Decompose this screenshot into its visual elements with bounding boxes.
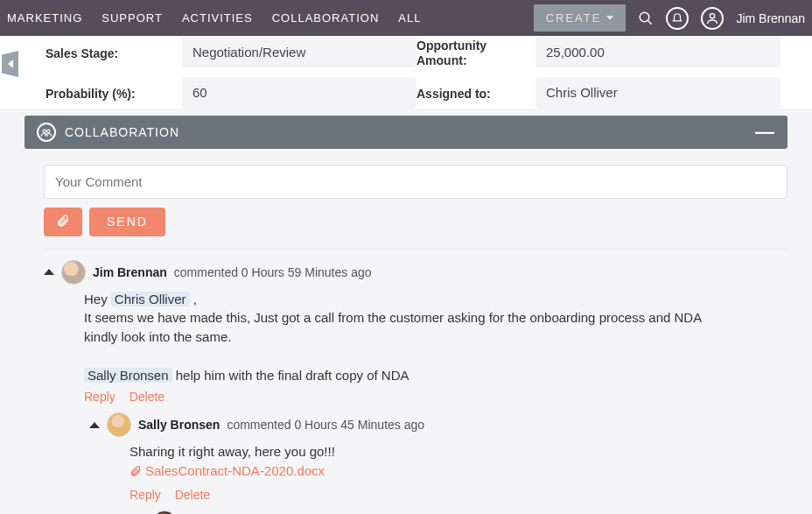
record-detail-form: Sales Stage: Negotiation/Review Opportun… bbox=[0, 36, 812, 109]
probability-label: Probability (%): bbox=[46, 84, 168, 101]
side-expand-tab[interactable] bbox=[2, 51, 18, 77]
collaboration-panel-header: COLLABORATION — bbox=[24, 116, 788, 149]
user-avatar-icon[interactable] bbox=[701, 7, 724, 30]
sales-stage-label: Sales Stage: bbox=[46, 44, 168, 60]
svg-point-0 bbox=[640, 12, 650, 22]
nav-all[interactable]: ALL bbox=[398, 11, 421, 25]
assigned-to-field[interactable]: Chris Olliver bbox=[536, 77, 780, 109]
collapse-toggle-icon[interactable] bbox=[89, 422, 100, 428]
svg-point-4 bbox=[47, 130, 51, 133]
search-icon[interactable] bbox=[638, 11, 654, 26]
avatar bbox=[61, 260, 86, 285]
comment-author: Jim Brennan bbox=[93, 265, 167, 279]
create-button[interactable]: CREATE bbox=[534, 4, 626, 32]
comment-meta: commented 0 Hours 59 Minutes ago bbox=[174, 265, 372, 279]
reply-link[interactable]: Reply bbox=[84, 390, 116, 404]
comment-body: Sharing it right away, here you go!!! Sa… bbox=[130, 442, 760, 482]
attach-button[interactable] bbox=[44, 208, 82, 236]
opportunity-amount-label: Opportunity Amount: bbox=[416, 36, 522, 68]
reply-link[interactable]: Reply bbox=[130, 488, 161, 502]
comment-input[interactable] bbox=[44, 165, 788, 199]
comment-post: Chris Olliver commented 0 Hours 34 Minut… bbox=[135, 510, 788, 514]
comment-post: Jim Brennan commented 0 Hours 59 Minutes… bbox=[44, 260, 788, 405]
chevron-down-icon bbox=[606, 16, 613, 20]
attachment-link[interactable]: SalesContract-NDA-2020.docx bbox=[130, 461, 325, 481]
comment-meta: commented 0 Hours 45 Minutes ago bbox=[227, 418, 424, 432]
avatar bbox=[152, 510, 177, 514]
nav-collaboration[interactable]: COLLABORATION bbox=[272, 11, 380, 25]
collapse-toggle-icon[interactable] bbox=[44, 269, 54, 275]
sales-stage-field[interactable]: Negotiation/Review bbox=[182, 36, 416, 67]
opportunity-amount-field[interactable]: 25,000.00 bbox=[536, 36, 780, 67]
nav-activities[interactable]: ACTIVITIES bbox=[182, 11, 253, 25]
collaboration-icon bbox=[37, 123, 56, 142]
svg-point-3 bbox=[43, 130, 46, 133]
comment-author: Sally Bronsen bbox=[138, 418, 220, 432]
mention[interactable]: Chris Olliver bbox=[111, 292, 190, 306]
paperclip-icon bbox=[130, 465, 142, 477]
nav-support[interactable]: SUPPORT bbox=[102, 11, 163, 25]
user-name[interactable]: Jim Brennan bbox=[736, 11, 805, 25]
mention[interactable]: Sally Bronsen bbox=[84, 368, 172, 383]
comment-body: Hey Chris Olliver , It seems we have mad… bbox=[84, 290, 714, 385]
nav-marketing[interactable]: MARKETING bbox=[7, 11, 82, 25]
create-label: CREATE bbox=[546, 11, 602, 25]
comment-post: Sally Bronsen commented 0 Hours 45 Minut… bbox=[89, 412, 788, 501]
collaboration-title: COLLABORATION bbox=[65, 125, 179, 139]
notifications-icon[interactable] bbox=[666, 7, 689, 30]
paperclip-icon bbox=[56, 214, 70, 228]
svg-line-1 bbox=[648, 20, 653, 25]
probability-field[interactable]: 60 bbox=[182, 77, 416, 109]
avatar bbox=[107, 412, 131, 437]
send-button[interactable]: SEND bbox=[89, 208, 165, 236]
delete-link[interactable]: Delete bbox=[175, 488, 210, 502]
top-nav-bar: MARKETING SUPPORT ACTIVITIES COLLABORATI… bbox=[0, 0, 812, 36]
assigned-to-label: Assigned to: bbox=[416, 84, 522, 101]
delete-link[interactable]: Delete bbox=[130, 390, 164, 404]
svg-point-2 bbox=[710, 13, 715, 18]
